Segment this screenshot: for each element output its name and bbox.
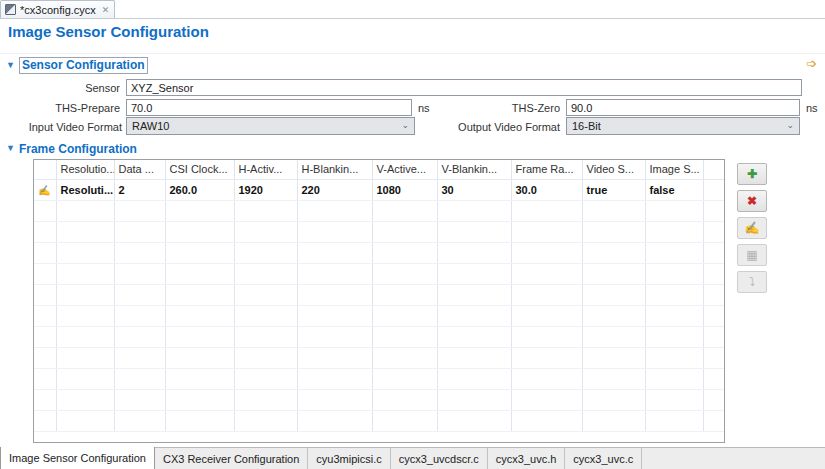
empty-cell <box>234 347 297 368</box>
output-video-format-select[interactable]: 16-Bit ⌄ <box>566 117 800 135</box>
empty-cell <box>511 368 582 389</box>
col-v-active[interactable]: V-Active... <box>372 160 437 179</box>
move-row-button[interactable]: ⤵ <box>737 271 767 293</box>
empty-cell <box>234 242 297 263</box>
cell-v-blanking[interactable]: 30 <box>437 179 511 200</box>
empty-cell <box>234 200 297 221</box>
cell-image-s[interactable]: false <box>645 179 703 200</box>
col-h-blanking[interactable]: H-Blankin... <box>297 160 372 179</box>
empty-cell <box>297 410 372 431</box>
empty-cell <box>114 242 165 263</box>
empty-cell <box>437 200 511 221</box>
table-row-empty[interactable] <box>34 347 724 368</box>
empty-cell <box>703 410 724 431</box>
close-icon[interactable]: ✕ <box>100 5 110 15</box>
empty-cell <box>297 242 372 263</box>
tab-cycx3-uvc-c[interactable]: cycx3_uvc.c <box>565 448 642 469</box>
empty-cell <box>703 326 724 347</box>
frame-section-header[interactable]: ▼ Frame Configuration <box>6 141 137 156</box>
cell-video-s[interactable]: true <box>582 179 645 200</box>
empty-cell <box>114 221 165 242</box>
cell-data-lanes[interactable]: 2 <box>114 179 165 200</box>
empty-cell <box>582 263 645 284</box>
empty-cell <box>234 221 297 242</box>
sensor-input[interactable] <box>126 79 802 96</box>
col-resolution[interactable]: Resolutio... <box>56 160 114 179</box>
table-row-empty[interactable] <box>34 221 724 242</box>
col-h-active[interactable]: H-Activ... <box>234 160 297 179</box>
tab-cycx3-uvcdscr-c[interactable]: cycx3_uvcdscr.c <box>391 448 488 469</box>
goto-arrow-icon[interactable]: ➩ <box>806 57 817 70</box>
empty-cell <box>114 368 165 389</box>
col-image-s[interactable]: Image S... <box>645 160 703 179</box>
col-frame-rate[interactable]: Frame Ra... <box>511 160 582 179</box>
col-csi-clock[interactable]: CSI Clock... <box>165 160 234 179</box>
table-row-empty[interactable] <box>34 200 724 221</box>
cell-frame-rate[interactable]: 30.0 <box>511 179 582 200</box>
frame-section-title[interactable]: Frame Configuration <box>19 142 137 156</box>
table-row-empty[interactable] <box>34 305 724 326</box>
input-video-format-select[interactable]: RAW10 ⌄ <box>126 117 415 135</box>
empty-cell <box>511 305 582 326</box>
col-data-lanes[interactable]: Data ... <box>114 160 165 179</box>
sensor-section-title[interactable]: Sensor Configuration <box>19 57 148 74</box>
collapse-triangle-icon[interactable]: ▼ <box>6 144 15 153</box>
tab-cyu3mipicsi-c[interactable]: cyu3mipicsi.c <box>308 448 390 469</box>
table-row-empty[interactable] <box>34 389 724 410</box>
empty-cell <box>34 326 56 347</box>
empty-cell <box>165 200 234 221</box>
ths-zero-input[interactable] <box>566 99 800 116</box>
empty-cell <box>34 284 56 305</box>
empty-cell <box>114 326 165 347</box>
add-row-button[interactable]: ✚ <box>737 163 767 185</box>
empty-cell <box>511 263 582 284</box>
empty-cell <box>703 263 724 284</box>
empty-cell <box>297 368 372 389</box>
table-row-empty[interactable] <box>34 326 724 347</box>
table-row-empty[interactable] <box>34 263 724 284</box>
cell-h-blanking[interactable]: 220 <box>297 179 372 200</box>
row-marker-cell: ✍ <box>34 179 56 200</box>
col-video-s[interactable]: Video S... <box>582 160 645 179</box>
empty-cell <box>511 326 582 347</box>
page-title: Image Sensor Configuration <box>8 23 209 40</box>
cell-h-active[interactable]: 1920 <box>234 179 297 200</box>
tab-image-sensor-configuration[interactable]: Image Sensor Configuration <box>0 447 155 469</box>
empty-cell <box>56 284 114 305</box>
col-v-blanking[interactable]: V-Blankin... <box>437 160 511 179</box>
empty-cell <box>582 200 645 221</box>
copy-row-button[interactable]: ▦ <box>737 244 767 266</box>
collapse-triangle-icon[interactable]: ▼ <box>6 61 15 70</box>
cell-spare <box>703 179 724 200</box>
empty-cell <box>114 410 165 431</box>
empty-cell <box>56 410 114 431</box>
table-row-empty[interactable] <box>34 410 724 431</box>
empty-cell <box>437 347 511 368</box>
editor-tab-cx3config[interactable]: *cx3config.cycx ✕ <box>0 0 115 18</box>
empty-cell <box>56 200 114 221</box>
move-arrow-icon: ⤵ <box>749 275 755 289</box>
ths-prepare-input[interactable] <box>126 99 412 116</box>
cell-v-active[interactable]: 1080 <box>372 179 437 200</box>
empty-cell <box>372 410 437 431</box>
edit-row-button[interactable]: ✍ <box>737 217 767 239</box>
tab-cycx3-uvc-h[interactable]: cycx3_uvc.h <box>488 448 566 469</box>
cell-csi-clock[interactable]: 260.0 <box>165 179 234 200</box>
empty-cell <box>56 347 114 368</box>
empty-cell <box>297 347 372 368</box>
output-video-format-label: Output Video Format <box>440 121 560 133</box>
empty-cell <box>56 263 114 284</box>
table-row-empty[interactable] <box>34 368 724 389</box>
table-row-empty[interactable] <box>34 242 724 263</box>
cycx-file-icon <box>5 4 16 15</box>
empty-cell <box>437 242 511 263</box>
empty-cell <box>582 326 645 347</box>
tab-cx3-receiver-configuration[interactable]: CX3 Receiver Configuration <box>155 448 308 469</box>
empty-cell <box>437 284 511 305</box>
table-row-empty[interactable] <box>34 284 724 305</box>
delete-row-button[interactable]: ✖ <box>737 190 767 212</box>
table-row[interactable]: ✍ Resoluti... 2 260.0 1920 220 1080 30 3… <box>34 179 724 200</box>
cell-resolution[interactable]: Resoluti... <box>56 179 114 200</box>
empty-cell <box>582 284 645 305</box>
sensor-section-header[interactable]: ▼ Sensor Configuration <box>6 58 148 73</box>
